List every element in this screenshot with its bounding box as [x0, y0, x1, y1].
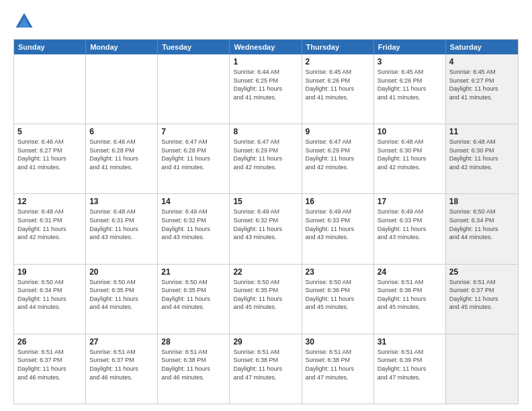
day-info: Sunrise: 6:51 AM Sunset: 6:38 PM Dayligh… [306, 348, 370, 381]
calendar-cell-r3-c1: 20Sunrise: 6:50 AM Sunset: 6:35 PM Dayli… [86, 265, 158, 334]
day-number: 22 [233, 267, 298, 277]
day-info: Sunrise: 6:49 AM Sunset: 6:32 PM Dayligh… [161, 208, 226, 241]
day-info: Sunrise: 6:51 AM Sunset: 6:37 PM Dayligh… [449, 278, 515, 312]
day-info: Sunrise: 6:51 AM Sunset: 6:39 PM Dayligh… [378, 348, 442, 381]
day-info: Sunrise: 6:50 AM Sunset: 6:35 PM Dayligh… [89, 278, 154, 312]
day-info: Sunrise: 6:46 AM Sunset: 6:28 PM Dayligh… [89, 138, 154, 171]
calendar-row-1: 5Sunrise: 6:46 AM Sunset: 6:27 PM Daylig… [14, 124, 518, 193]
calendar-row-0: 1Sunrise: 6:44 AM Sunset: 6:25 PM Daylig… [14, 54, 518, 124]
weekday-header-thursday: Thursday [302, 40, 374, 54]
day-number: 8 [233, 127, 298, 136]
logo-icon [13, 11, 35, 32]
calendar-cell-r2-c5: 17Sunrise: 6:49 AM Sunset: 6:33 PM Dayli… [374, 194, 446, 263]
calendar-cell-r0-c4: 2Sunrise: 6:45 AM Sunset: 6:26 PM Daylig… [302, 54, 374, 124]
weekday-header-monday: Monday [86, 40, 158, 54]
day-number: 1 [233, 57, 298, 66]
calendar-row-2: 12Sunrise: 6:48 AM Sunset: 6:31 PM Dayli… [14, 193, 518, 263]
calendar-cell-r2-c0: 12Sunrise: 6:48 AM Sunset: 6:31 PM Dayli… [14, 194, 86, 263]
day-info: Sunrise: 6:51 AM Sunset: 6:36 PM Dayligh… [378, 278, 442, 312]
calendar-cell-r1-c1: 6Sunrise: 6:46 AM Sunset: 6:28 PM Daylig… [86, 124, 158, 193]
day-info: Sunrise: 6:48 AM Sunset: 6:30 PM Dayligh… [378, 138, 442, 171]
day-number: 11 [449, 127, 515, 136]
day-number: 26 [17, 337, 82, 347]
day-number: 3 [378, 57, 442, 66]
calendar-cell-r4-c0: 26Sunrise: 6:51 AM Sunset: 6:37 PM Dayli… [14, 334, 86, 404]
day-number: 13 [89, 197, 154, 206]
day-number: 7 [161, 127, 226, 136]
calendar-cell-r3-c5: 24Sunrise: 6:51 AM Sunset: 6:36 PM Dayli… [374, 265, 446, 334]
day-info: Sunrise: 6:45 AM Sunset: 6:27 PM Dayligh… [449, 68, 515, 101]
day-number: 23 [306, 267, 370, 277]
calendar-cell-r0-c2 [158, 54, 230, 124]
weekday-header-saturday: Saturday [446, 40, 518, 54]
day-number: 21 [161, 267, 226, 277]
page: SundayMondayTuesdayWednesdayThursdayFrid… [0, 0, 532, 411]
day-info: Sunrise: 6:45 AM Sunset: 6:26 PM Dayligh… [306, 68, 370, 101]
calendar-cell-r2-c6: 18Sunrise: 6:50 AM Sunset: 6:34 PM Dayli… [446, 194, 518, 263]
calendar-header: SundayMondayTuesdayWednesdayThursdayFrid… [14, 40, 518, 54]
day-info: Sunrise: 6:47 AM Sunset: 6:28 PM Dayligh… [161, 138, 226, 171]
weekday-header-wednesday: Wednesday [230, 40, 302, 54]
calendar-cell-r1-c4: 9Sunrise: 6:47 AM Sunset: 6:29 PM Daylig… [302, 124, 374, 193]
calendar-cell-r4-c3: 29Sunrise: 6:51 AM Sunset: 6:38 PM Dayli… [230, 334, 302, 404]
calendar-cell-r3-c0: 19Sunrise: 6:50 AM Sunset: 6:34 PM Dayli… [14, 265, 86, 334]
day-info: Sunrise: 6:50 AM Sunset: 6:35 PM Dayligh… [161, 278, 226, 312]
day-info: Sunrise: 6:51 AM Sunset: 6:38 PM Dayligh… [161, 348, 226, 381]
day-info: Sunrise: 6:49 AM Sunset: 6:32 PM Dayligh… [233, 208, 298, 241]
calendar-cell-r4-c2: 28Sunrise: 6:51 AM Sunset: 6:38 PM Dayli… [158, 334, 230, 404]
calendar-cell-r2-c1: 13Sunrise: 6:48 AM Sunset: 6:31 PM Dayli… [86, 194, 158, 263]
calendar-cell-r3-c6: 25Sunrise: 6:51 AM Sunset: 6:37 PM Dayli… [446, 265, 518, 334]
day-info: Sunrise: 6:49 AM Sunset: 6:33 PM Dayligh… [378, 208, 442, 241]
day-number: 5 [17, 127, 82, 136]
calendar-cell-r3-c3: 22Sunrise: 6:50 AM Sunset: 6:35 PM Dayli… [230, 265, 302, 334]
calendar-cell-r4-c5: 31Sunrise: 6:51 AM Sunset: 6:39 PM Dayli… [374, 334, 446, 404]
day-info: Sunrise: 6:44 AM Sunset: 6:25 PM Dayligh… [233, 68, 298, 101]
day-info: Sunrise: 6:50 AM Sunset: 6:36 PM Dayligh… [306, 278, 370, 312]
day-number: 15 [233, 197, 298, 206]
day-number: 30 [306, 337, 370, 347]
day-number: 17 [378, 197, 442, 206]
day-number: 20 [89, 267, 154, 277]
weekday-header-sunday: Sunday [14, 40, 86, 54]
day-number: 31 [378, 337, 442, 347]
day-info: Sunrise: 6:47 AM Sunset: 6:29 PM Dayligh… [233, 138, 298, 171]
calendar-cell-r1-c5: 10Sunrise: 6:48 AM Sunset: 6:30 PM Dayli… [374, 124, 446, 193]
day-number: 19 [17, 267, 82, 277]
day-number: 18 [449, 197, 515, 206]
calendar-cell-r0-c3: 1Sunrise: 6:44 AM Sunset: 6:25 PM Daylig… [230, 54, 302, 124]
day-info: Sunrise: 6:50 AM Sunset: 6:34 PM Dayligh… [17, 278, 82, 312]
calendar-cell-r0-c0 [14, 54, 86, 124]
day-info: Sunrise: 6:51 AM Sunset: 6:37 PM Dayligh… [89, 348, 154, 381]
day-info: Sunrise: 6:45 AM Sunset: 6:26 PM Dayligh… [378, 68, 442, 101]
day-number: 27 [89, 337, 154, 347]
calendar-cell-r1-c2: 7Sunrise: 6:47 AM Sunset: 6:28 PM Daylig… [158, 124, 230, 193]
day-info: Sunrise: 6:51 AM Sunset: 6:38 PM Dayligh… [233, 348, 298, 381]
calendar: SundayMondayTuesdayWednesdayThursdayFrid… [13, 39, 519, 404]
day-info: Sunrise: 6:51 AM Sunset: 6:37 PM Dayligh… [17, 348, 82, 381]
calendar-cell-r0-c5: 3Sunrise: 6:45 AM Sunset: 6:26 PM Daylig… [374, 54, 446, 124]
logo [13, 11, 38, 32]
calendar-row-4: 26Sunrise: 6:51 AM Sunset: 6:37 PM Dayli… [14, 334, 518, 404]
calendar-cell-r1-c3: 8Sunrise: 6:47 AM Sunset: 6:29 PM Daylig… [230, 124, 302, 193]
day-info: Sunrise: 6:47 AM Sunset: 6:29 PM Dayligh… [306, 138, 370, 171]
day-info: Sunrise: 6:49 AM Sunset: 6:33 PM Dayligh… [306, 208, 370, 241]
header [13, 11, 519, 32]
day-info: Sunrise: 6:46 AM Sunset: 6:27 PM Dayligh… [17, 138, 82, 171]
calendar-cell-r3-c2: 21Sunrise: 6:50 AM Sunset: 6:35 PM Dayli… [158, 265, 230, 334]
weekday-header-friday: Friday [374, 40, 446, 54]
day-number: 14 [161, 197, 226, 206]
day-number: 24 [378, 267, 442, 277]
day-number: 2 [306, 57, 370, 66]
calendar-body: 1Sunrise: 6:44 AM Sunset: 6:25 PM Daylig… [14, 54, 518, 404]
calendar-cell-r1-c0: 5Sunrise: 6:46 AM Sunset: 6:27 PM Daylig… [14, 124, 86, 193]
day-info: Sunrise: 6:48 AM Sunset: 6:31 PM Dayligh… [89, 208, 154, 241]
day-number: 4 [449, 57, 515, 66]
calendar-cell-r1-c6: 11Sunrise: 6:48 AM Sunset: 6:30 PM Dayli… [446, 124, 518, 193]
calendar-cell-r0-c1 [86, 54, 158, 124]
calendar-cell-r0-c6: 4Sunrise: 6:45 AM Sunset: 6:27 PM Daylig… [446, 54, 518, 124]
day-number: 6 [89, 127, 154, 136]
day-number: 12 [17, 197, 82, 206]
calendar-cell-r3-c4: 23Sunrise: 6:50 AM Sunset: 6:36 PM Dayli… [302, 265, 374, 334]
calendar-cell-r2-c3: 15Sunrise: 6:49 AM Sunset: 6:32 PM Dayli… [230, 194, 302, 263]
calendar-cell-r2-c4: 16Sunrise: 6:49 AM Sunset: 6:33 PM Dayli… [302, 194, 374, 263]
